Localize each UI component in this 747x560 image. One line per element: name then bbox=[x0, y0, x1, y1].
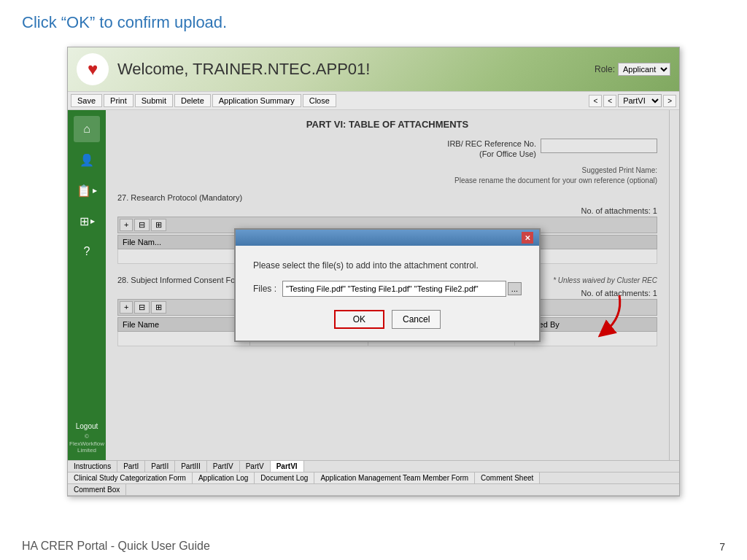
main-panel: PART VI: TABLE OF ATTACHMENTS IRB/ REC R… bbox=[106, 110, 669, 460]
tab-part4[interactable]: PartIV bbox=[207, 461, 240, 472]
close-button[interactable]: Close bbox=[303, 94, 336, 107]
sidebar: ⌂ 👤 📋 ▶ ⊞ ▶ ? Logout © FlexW bbox=[68, 110, 106, 460]
print-button[interactable]: Print bbox=[104, 94, 133, 107]
tab-instructions[interactable]: Instructions bbox=[68, 461, 117, 472]
sidebar-home[interactable]: ⌂ bbox=[74, 116, 100, 142]
logo: ♥ bbox=[77, 53, 109, 85]
company-text: © FlexWorkflowLimited bbox=[68, 433, 106, 454]
sidebar-user[interactable]: 👤 bbox=[74, 147, 100, 173]
tab-comment-sheet[interactable]: Comment Sheet bbox=[475, 472, 540, 483]
modal-overlay: ✕ Please select the file(s) to add into … bbox=[106, 110, 669, 460]
footer-text: HA CRER Portal - Quick User Guide bbox=[22, 540, 210, 553]
modal-body: Please select the file(s) to add into th… bbox=[236, 246, 539, 341]
nav-next-button[interactable]: > bbox=[663, 95, 676, 107]
sidebar-docs[interactable]: 📋 ▶ bbox=[74, 177, 100, 203]
user-icon: 👤 bbox=[80, 153, 94, 167]
submit-button[interactable]: Submit bbox=[135, 94, 173, 107]
scrollbar[interactable] bbox=[669, 110, 679, 460]
tab-clinical-study[interactable]: Clinical Study Categorization Form bbox=[68, 472, 193, 483]
save-button[interactable]: Save bbox=[71, 94, 102, 107]
ok-button[interactable]: OK bbox=[334, 310, 384, 329]
modal-dialog: ✕ Please select the file(s) to add into … bbox=[234, 228, 541, 342]
sidebar-grid[interactable]: ⊞ ▶ bbox=[74, 208, 100, 234]
tab-bar: Instructions PartI PartII PartIII PartIV… bbox=[68, 460, 679, 496]
tab-part2[interactable]: PartII bbox=[145, 461, 175, 472]
tab-row-3: Comment Box bbox=[68, 484, 679, 496]
app-body: ⌂ 👤 📋 ▶ ⊞ ▶ ? Logout © FlexW bbox=[68, 110, 679, 460]
tab-comment-box[interactable]: Comment Box bbox=[68, 484, 126, 495]
grid-icon: ⊞ bbox=[80, 214, 89, 228]
page-footer: HA CRER Portal - Quick User Guide 7 bbox=[0, 540, 747, 553]
tab-doc-log[interactable]: Document Log bbox=[255, 472, 314, 483]
tab-app-log[interactable]: Application Log bbox=[193, 472, 255, 483]
role-area: Role: Applicant bbox=[595, 63, 670, 76]
sidebar-help[interactable]: ? bbox=[74, 238, 100, 265]
files-label: Files : bbox=[253, 284, 276, 294]
modal-titlebar: ✕ bbox=[236, 230, 539, 246]
tab-part3[interactable]: PartIII bbox=[175, 461, 207, 472]
files-browse-button[interactable]: ... bbox=[508, 282, 522, 295]
app-window: ♥ Welcome, TRAINER.NTEC.APP01! Role: App… bbox=[67, 47, 680, 497]
tab-part1[interactable]: PartI bbox=[117, 461, 145, 472]
toolbar: Save Print Submit Delete Application Sum… bbox=[68, 91, 679, 110]
nav-prev-button[interactable]: < bbox=[589, 95, 602, 107]
chevron-right-icon: ▶ bbox=[93, 187, 97, 194]
modal-files-row: Files : ... bbox=[253, 281, 522, 297]
modal-buttons: OK Cancel bbox=[253, 310, 522, 329]
cancel-button[interactable]: Cancel bbox=[392, 310, 441, 329]
toolbar-nav: < < PartVI > bbox=[589, 94, 676, 107]
chevron-right-icon2: ▶ bbox=[90, 218, 95, 225]
sidebar-bottom: Logout © FlexWorkflowLimited bbox=[68, 419, 106, 460]
help-icon: ? bbox=[84, 245, 90, 258]
files-input[interactable] bbox=[282, 281, 506, 297]
app-header: ♥ Welcome, TRAINER.NTEC.APP01! Role: App… bbox=[68, 47, 679, 91]
role-select[interactable]: Applicant bbox=[618, 63, 670, 76]
home-icon: ⌂ bbox=[83, 122, 90, 136]
tab-part5[interactable]: PartV bbox=[240, 461, 271, 472]
logout-button[interactable]: Logout bbox=[73, 419, 101, 433]
main-content: ♥ Welcome, TRAINER.NTEC.APP01! Role: App… bbox=[0, 39, 747, 504]
nav-prev2-button[interactable]: < bbox=[603, 95, 616, 107]
docs-icon: 📋 bbox=[77, 184, 91, 198]
modal-message: Please select the file(s) to add into th… bbox=[253, 260, 522, 271]
welcome-text: Welcome, TRAINER.NTEC.APP01! bbox=[117, 60, 595, 79]
app-summary-button[interactable]: Application Summary bbox=[212, 94, 301, 107]
tab-row-2: Clinical Study Categorization Form Appli… bbox=[68, 472, 679, 484]
page-number: 7 bbox=[719, 541, 725, 553]
part-select[interactable]: PartVI bbox=[618, 94, 662, 107]
modal-close-button[interactable]: ✕ bbox=[522, 232, 533, 244]
tab-part6[interactable]: PartVI bbox=[271, 461, 304, 472]
tab-mgmt-team[interactable]: Application Management Team Member Form bbox=[314, 472, 475, 483]
logo-icon: ♥ bbox=[88, 61, 98, 78]
tab-row-1: Instructions PartI PartII PartIII PartIV… bbox=[68, 461, 679, 472]
role-label: Role: bbox=[595, 64, 615, 74]
delete-button[interactable]: Delete bbox=[174, 94, 211, 107]
page-title: Click “OK” to confirm upload. bbox=[0, 0, 747, 39]
